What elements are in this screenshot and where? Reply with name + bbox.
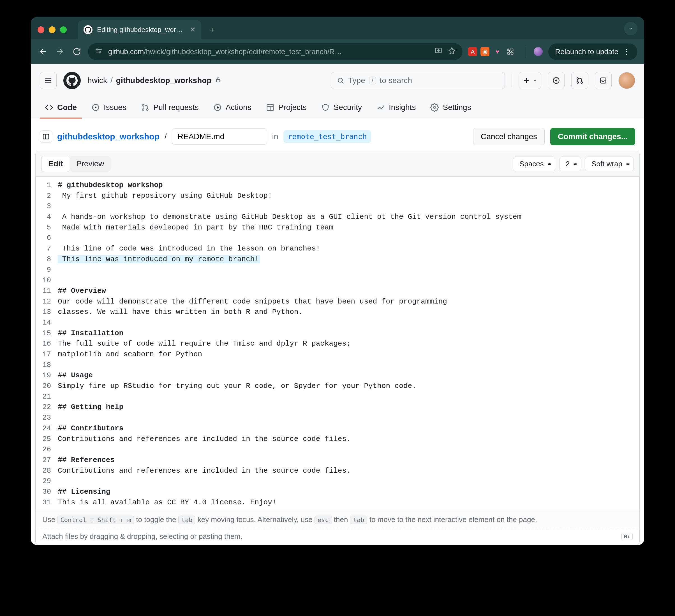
pull-requests-shortcut-button[interactable]	[571, 72, 588, 89]
svg-rect-35	[43, 134, 49, 139]
bookmark-star-icon[interactable]	[448, 47, 456, 57]
tab-overflow-button[interactable]	[624, 22, 638, 36]
nav-security-label: Security	[333, 103, 362, 112]
hint-mid1: to toggle the	[136, 515, 178, 524]
url-path: /hwick/githubdesktop_workshop/edit/remot…	[144, 48, 342, 56]
page-content: hwick / githubdesktop_workshop Type / to…	[31, 64, 644, 545]
hint-mid2: key moving focus. Alternatively, use	[198, 515, 314, 524]
svg-point-26	[142, 105, 144, 106]
github-favicon	[83, 25, 92, 34]
indent-size-select[interactable]: 2	[559, 156, 581, 172]
nav-issues-label: Issues	[104, 103, 127, 112]
global-search[interactable]: Type / to search	[331, 72, 505, 89]
nav-settings[interactable]: Settings	[425, 97, 476, 119]
close-window-button[interactable]	[38, 26, 44, 33]
cancel-changes-button[interactable]: Cancel changes	[473, 128, 545, 145]
repo-link[interactable]: githubdesktop_workshop	[116, 76, 212, 85]
extension-heart-icon[interactable]: ♥	[493, 47, 502, 56]
nav-settings-label: Settings	[443, 103, 471, 112]
nav-projects-label: Projects	[278, 103, 307, 112]
svg-marker-30	[217, 106, 219, 109]
svg-point-28	[146, 109, 148, 110]
nav-code[interactable]: Code	[40, 97, 82, 119]
kbd-shortcut-1: Control + Shift + m	[57, 516, 134, 524]
nav-security[interactable]: Security	[316, 97, 367, 119]
filename-input[interactable]	[172, 129, 267, 145]
site-info-icon[interactable]	[95, 47, 102, 57]
svg-line-16	[342, 82, 343, 83]
nav-actions-label: Actions	[226, 103, 251, 112]
search-placeholder-post: to search	[380, 76, 412, 85]
tab-title: Editing githubdesktop_works…	[97, 26, 185, 33]
browser-tab[interactable]: Editing githubdesktop_works… ✕	[78, 20, 201, 39]
attach-text: Attach files by dragging & dropping, sel…	[42, 532, 242, 541]
nav-insights[interactable]: Insights	[371, 97, 421, 119]
line-number-gutter: 1234567891011121314151617181920212223242…	[35, 177, 56, 511]
maximize-window-button[interactable]	[60, 26, 67, 33]
github-logo[interactable]	[63, 72, 81, 89]
nav-projects[interactable]: Projects	[261, 97, 312, 119]
nav-pulls[interactable]: Pull requests	[136, 97, 204, 119]
inbox-button[interactable]	[595, 72, 612, 89]
relaunch-button[interactable]: Relaunch to update ⋮	[548, 44, 638, 60]
search-placeholder-pre: Type	[348, 76, 365, 85]
new-tab-button[interactable]: ＋	[208, 24, 216, 36]
extension-ublock-icon[interactable]: ◉	[480, 47, 490, 56]
commit-changes-button[interactable]: Commit changes...	[550, 128, 635, 145]
kbd-tab-1: tab	[178, 516, 196, 524]
editor-header: githubdesktop_workshop / in remote_test_…	[31, 119, 644, 151]
markdown-badge-icon[interactable]: M↓	[621, 533, 633, 540]
editor-box: Edit Preview Spaces 2 Soft wrap 12345678…	[35, 151, 640, 545]
attach-files-row[interactable]: Attach files by dragging & dropping, sel…	[35, 528, 640, 545]
editor-tabs: Edit Preview Spaces 2 Soft wrap	[35, 151, 640, 177]
code-editor[interactable]: 1234567891011121314151617181920212223242…	[35, 177, 640, 511]
github-header: hwick / githubdesktop_workshop Type / to…	[31, 64, 644, 97]
profile-avatar[interactable]	[534, 47, 543, 56]
minimize-window-button[interactable]	[49, 26, 56, 33]
file-tree-toggle[interactable]	[40, 130, 52, 143]
branch-chip[interactable]: remote_test_branch	[283, 130, 371, 143]
address-bar[interactable]: github.com/hwick/githubdesktop_workshop/…	[88, 43, 462, 60]
kbd-tab-2: tab	[350, 516, 368, 524]
nav-actions[interactable]: Actions	[208, 97, 256, 119]
slash-key: /	[369, 77, 376, 84]
url-domain: github.com	[108, 48, 144, 56]
svg-point-20	[555, 80, 557, 82]
editor-hint: Use Control + Shift + m to toggle the ta…	[35, 511, 640, 528]
wrap-mode-select[interactable]: Soft wrap	[585, 156, 634, 172]
hint-pre: Use	[42, 515, 57, 524]
extension-adobe-icon[interactable]: A	[468, 47, 477, 56]
header-separator	[512, 74, 512, 87]
install-app-icon[interactable]	[435, 47, 442, 57]
new-menu-button[interactable]	[519, 72, 541, 89]
url-text: github.com/hwick/githubdesktop_workshop/…	[108, 48, 429, 56]
reload-button[interactable]	[71, 46, 82, 57]
indent-mode-select[interactable]: Spaces	[513, 156, 555, 172]
repo-breadcrumb-link[interactable]: githubdesktop_workshop	[57, 132, 159, 141]
tab-edit[interactable]: Edit	[41, 156, 70, 172]
user-avatar[interactable]	[618, 72, 635, 89]
owner-link[interactable]: hwick	[87, 76, 107, 85]
hint-post: to move to the next interactive element …	[369, 515, 537, 524]
toolbar-separator	[525, 46, 525, 57]
kbd-esc: esc	[314, 516, 332, 524]
svg-point-25	[95, 107, 96, 108]
back-button[interactable]	[38, 46, 49, 57]
nav-code-label: Code	[57, 103, 77, 112]
forward-button[interactable]	[54, 46, 66, 57]
hamburger-menu-button[interactable]	[40, 72, 57, 89]
in-text: in	[272, 132, 278, 141]
caret-down-icon	[533, 78, 537, 82]
issues-shortcut-button[interactable]	[548, 72, 565, 89]
repo-breadcrumb: hwick / githubdesktop_workshop	[87, 76, 221, 85]
browser-tab-strip: Editing githubdesktop_works… ✕ ＋	[31, 17, 644, 39]
tab-preview[interactable]: Preview	[70, 156, 111, 172]
code-lines[interactable]: # githubdesktop_workshop My first github…	[56, 177, 640, 511]
hint-mid3: then	[334, 515, 350, 524]
nav-issues[interactable]: Issues	[86, 97, 132, 119]
extensions-puzzle-icon[interactable]	[505, 46, 516, 57]
repo-nav: Code Issues Pull requests Actions Projec…	[31, 97, 644, 119]
window-controls	[38, 26, 67, 33]
browser-window: Editing githubdesktop_works… ✕ ＋ github.…	[31, 17, 644, 545]
close-tab-icon[interactable]: ✕	[190, 26, 196, 33]
